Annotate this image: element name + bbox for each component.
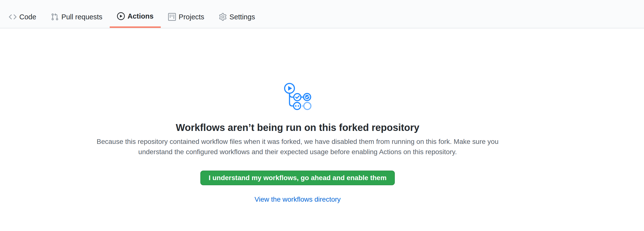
tab-settings[interactable]: Settings bbox=[212, 0, 262, 28]
code-icon bbox=[9, 13, 16, 21]
blankslate-heading: Workflows aren’t being run on this forke… bbox=[0, 122, 595, 133]
workflows-directory-link[interactable]: View the workflows directory bbox=[254, 195, 341, 203]
actions-blankslate: Workflows aren’t being run on this forke… bbox=[0, 29, 595, 203]
tab-code[interactable]: Code bbox=[2, 0, 44, 28]
blankslate-description: Because this repository contained workfl… bbox=[96, 137, 499, 157]
actions-workflow-icon bbox=[284, 83, 312, 110]
blankslate-action-row: I understand my workflows, go ahead and … bbox=[0, 157, 595, 185]
project-icon bbox=[168, 13, 176, 21]
blankslate-link-row: View the workflows directory bbox=[0, 195, 595, 203]
enable-workflows-button[interactable]: I understand my workflows, go ahead and … bbox=[200, 170, 395, 185]
tab-pull-requests[interactable]: Pull requests bbox=[44, 0, 110, 28]
tab-label: Code bbox=[19, 13, 36, 21]
repo-tab-nav: Code Pull requests Actions Projects Sett… bbox=[0, 0, 644, 28]
tab-label: Settings bbox=[230, 13, 255, 21]
tab-label: Pull requests bbox=[61, 13, 102, 21]
play-icon bbox=[117, 12, 125, 20]
tab-actions[interactable]: Actions bbox=[110, 0, 161, 28]
tab-label: Actions bbox=[128, 12, 154, 20]
git-pull-request-icon bbox=[51, 13, 59, 21]
tab-projects[interactable]: Projects bbox=[161, 0, 212, 28]
gear-icon bbox=[219, 13, 227, 21]
tab-label: Projects bbox=[178, 13, 204, 21]
